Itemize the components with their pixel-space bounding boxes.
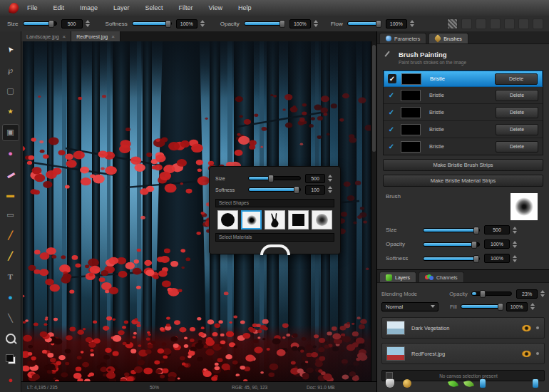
- move-tool[interactable]: ➤: [2, 41, 19, 58]
- check-icon[interactable]: ✓: [387, 108, 396, 116]
- panel-opacity-slider[interactable]: [423, 242, 480, 247]
- style-action-icon[interactable]: [403, 379, 411, 388]
- group-layer-icon[interactable]: [480, 379, 486, 388]
- flow-value[interactable]: 100%: [386, 19, 407, 29]
- delete-button[interactable]: Delete: [496, 90, 538, 101]
- size-value[interactable]: 500: [61, 19, 83, 29]
- eraser-tool[interactable]: ▬: [2, 165, 19, 182]
- dialog-softness-slider[interactable]: [248, 187, 301, 192]
- opacity-stepper[interactable]: [314, 20, 318, 27]
- layer-opacity-stepper[interactable]: [540, 290, 545, 297]
- menu-filter[interactable]: Filter: [172, 0, 200, 16]
- workspace-icon-3[interactable]: [490, 19, 501, 29]
- panel-opacity-value[interactable]: 100%: [484, 239, 510, 249]
- brush-row-selected[interactable]: ✓ Bristle Delete: [384, 71, 543, 87]
- layer-row-dark-vegetation[interactable]: Dark Vegetation: [381, 317, 545, 339]
- workspace-icon-4[interactable]: [504, 19, 515, 29]
- shape-square[interactable]: [288, 210, 309, 229]
- layer-opacity-value[interactable]: 23%: [516, 289, 538, 299]
- menu-image[interactable]: Image: [73, 0, 105, 16]
- panel-size-stepper[interactable]: [513, 227, 517, 234]
- flow-slider[interactable]: [347, 21, 381, 26]
- eyedropper-tool[interactable]: ╲: [2, 309, 19, 326]
- fill-value[interactable]: 100%: [506, 302, 528, 311]
- dialog-softness-stepper[interactable]: [328, 186, 332, 193]
- menu-layer[interactable]: Layer: [106, 0, 137, 16]
- layer-row-redforest[interactable]: RedForest.jpg: [381, 343, 545, 364]
- panel-opacity-stepper[interactable]: [513, 241, 517, 248]
- checker-preview-icon[interactable]: [447, 19, 458, 29]
- zoom-tool[interactable]: [2, 330, 19, 347]
- canvas-vertical-scrollbar[interactable]: [371, 41, 376, 381]
- panel-softness-value[interactable]: 100%: [484, 254, 510, 263]
- flow-stepper[interactable]: [410, 20, 414, 27]
- workspace-icon-6[interactable]: [533, 19, 543, 29]
- doc-tab-landscape[interactable]: Landscape.jpg ×: [21, 31, 71, 41]
- delete-button[interactable]: Delete: [495, 73, 538, 85]
- crop-tool[interactable]: ▣: [2, 124, 19, 141]
- softness-slider[interactable]: [132, 21, 172, 26]
- check-icon[interactable]: ✓: [387, 143, 396, 150]
- panel-size-slider[interactable]: [423, 228, 480, 232]
- menu-view[interactable]: View: [202, 0, 230, 16]
- opacity-slider[interactable]: [244, 21, 285, 26]
- shape-blur[interactable]: [312, 210, 332, 229]
- brush-row[interactable]: ✓ Bristle Delete: [384, 87, 543, 104]
- workspace-icon-2[interactable]: [476, 19, 486, 29]
- pencil-tool[interactable]: ╱: [2, 227, 19, 244]
- doc-tab-redforest[interactable]: RedForest.jpg ×: [71, 31, 120, 41]
- dialog-size-slider[interactable]: [248, 176, 301, 180]
- close-icon[interactable]: ×: [111, 33, 115, 40]
- menu-edit[interactable]: Edit: [46, 0, 72, 16]
- delete-button[interactable]: Delete: [496, 107, 538, 118]
- text-tool[interactable]: T: [2, 268, 19, 285]
- lock-dot-icon[interactable]: [536, 352, 539, 355]
- check-icon[interactable]: ✓: [388, 74, 396, 83]
- magic-wand-tool[interactable]: ★: [2, 103, 19, 120]
- marquee-tool[interactable]: ▢: [2, 83, 19, 100]
- blur-tool[interactable]: ●: [2, 289, 19, 306]
- gradient-tool[interactable]: ▬: [2, 186, 19, 203]
- brush-preview[interactable]: [510, 193, 538, 220]
- opacity-value[interactable]: 100%: [289, 19, 311, 29]
- lock-dot-icon[interactable]: [536, 326, 539, 329]
- stamp-tool[interactable]: ▭: [2, 207, 19, 224]
- check-icon[interactable]: ✓: [387, 91, 396, 99]
- panel-softness-stepper[interactable]: [513, 255, 517, 262]
- fill-slider[interactable]: [461, 304, 502, 309]
- brush-row[interactable]: ✓ Bristle Delete: [384, 138, 543, 155]
- size-slider[interactable]: [23, 21, 57, 26]
- color-swatches[interactable]: [2, 351, 19, 368]
- knife-tool[interactable]: ╱: [2, 247, 19, 264]
- new-layer-icon[interactable]: [448, 380, 458, 388]
- dialog-size-value[interactable]: 500: [305, 174, 325, 183]
- scrollbar-thumb[interactable]: [372, 45, 376, 152]
- delete-button[interactable]: Delete: [496, 141, 538, 153]
- brush-row[interactable]: ✓ Bristle Delete: [384, 104, 543, 121]
- paint-brush-tool[interactable]: ●: [2, 145, 19, 162]
- tab-channels[interactable]: Channels: [419, 272, 464, 282]
- close-icon[interactable]: ×: [63, 33, 66, 40]
- mask-action-icon[interactable]: [386, 379, 394, 388]
- dialog-softness-value[interactable]: 100: [305, 185, 325, 195]
- make-bristle-brush-button[interactable]: Make Bristle Brush Strips: [383, 159, 543, 171]
- workspace-icon-1[interactable]: [461, 19, 472, 29]
- tab-brushes[interactable]: Brushes: [429, 33, 468, 43]
- shape-hard-round[interactable]: [217, 210, 238, 229]
- blend-mode-select[interactable]: Normal: [381, 302, 438, 311]
- softness-stepper[interactable]: [200, 20, 205, 27]
- duplicate-layer-icon[interactable]: [463, 380, 474, 388]
- lasso-tool[interactable]: ℘: [2, 62, 19, 79]
- dialog-size-stepper[interactable]: [328, 175, 332, 182]
- delete-layer-icon[interactable]: [533, 379, 538, 388]
- tab-layers[interactable]: Layers: [379, 272, 416, 282]
- panel-softness-slider[interactable]: [423, 257, 480, 261]
- workspace-icon-5[interactable]: [518, 19, 529, 29]
- shape-soft-round-selected[interactable]: [241, 210, 262, 229]
- make-bristle-material-button[interactable]: Make Bristle Material Strips: [383, 175, 543, 187]
- visibility-eye-icon[interactable]: [522, 325, 531, 331]
- size-stepper[interactable]: [86, 20, 90, 27]
- tab-parameters[interactable]: Parameters: [379, 33, 426, 43]
- check-icon[interactable]: ✓: [387, 125, 396, 133]
- zoom-level-readout[interactable]: 50%: [150, 385, 159, 390]
